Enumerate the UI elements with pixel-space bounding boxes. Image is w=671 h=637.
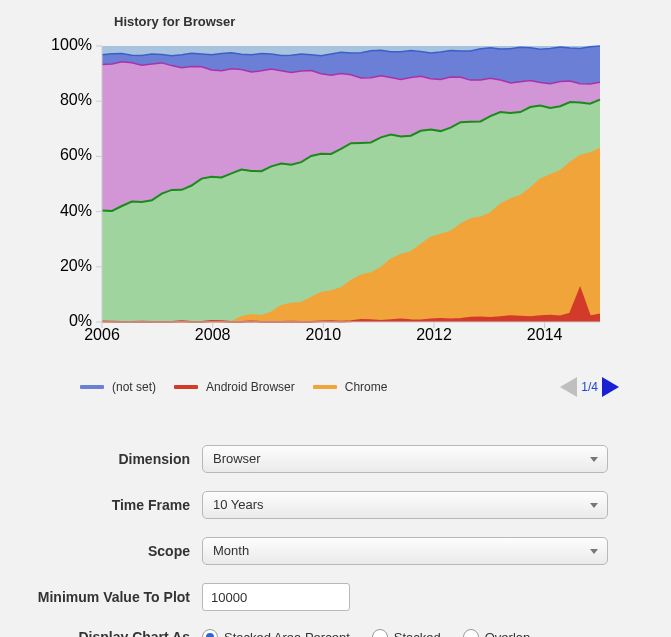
scope-label: Scope (10, 543, 202, 559)
radio-label: Stacked Area Percent (224, 630, 350, 638)
svg-text:2010: 2010 (306, 326, 342, 343)
display-radio[interactable]: Stacked (372, 629, 441, 637)
display-as-label: Display Chart As (10, 629, 202, 637)
display-radio[interactable]: Stacked Area Percent (202, 629, 350, 637)
svg-text:2008: 2008 (195, 326, 231, 343)
legend-swatch (174, 385, 198, 389)
radio-dot-icon (202, 629, 218, 637)
legend-swatch (313, 385, 337, 389)
svg-text:2014: 2014 (527, 326, 563, 343)
legend-label: Android Browser (206, 380, 295, 394)
radio-label: Overlap (485, 630, 531, 638)
pager-next-icon[interactable] (602, 377, 619, 397)
svg-text:20%: 20% (60, 257, 92, 274)
radio-label: Stacked (394, 630, 441, 638)
display-radio[interactable]: Overlap (463, 629, 531, 637)
scope-select[interactable]: Month (202, 537, 608, 565)
chart-svg: 0%20%40%60%80%100%20062008201020122014 (14, 6, 612, 351)
settings-form: Dimension Browser Time Frame 10 Years Sc… (10, 436, 608, 637)
min-value-input[interactable] (202, 583, 350, 611)
display-as-radios: Stacked Area PercentStackedOverlap (202, 629, 530, 637)
chart-title: History for Browser (114, 14, 235, 29)
dimension-label: Dimension (10, 451, 202, 467)
chart: History for Browser 0%20%40%60%80%100%20… (14, 6, 612, 366)
legend-item: Android Browser (174, 380, 295, 394)
legend-label: (not set) (112, 380, 156, 394)
min-value-label: Minimum Value To Plot (10, 589, 202, 605)
svg-text:100%: 100% (51, 36, 92, 53)
legend: (not set)Android BrowserChrome 1/4 (80, 372, 661, 402)
pager-prev-icon (560, 377, 577, 397)
radio-dot-icon (372, 629, 388, 637)
timeframe-label: Time Frame (10, 497, 202, 513)
legend-item: (not set) (80, 380, 156, 394)
dimension-select[interactable]: Browser (202, 445, 608, 473)
svg-text:60%: 60% (60, 146, 92, 163)
svg-text:2006: 2006 (84, 326, 120, 343)
timeframe-select[interactable]: 10 Years (202, 491, 608, 519)
legend-pager: 1/4 (560, 377, 619, 397)
app-root: History for Browser 0%20%40%60%80%100%20… (0, 0, 671, 637)
legend-swatch (80, 385, 104, 389)
svg-text:80%: 80% (60, 91, 92, 108)
legend-item: Chrome (313, 380, 388, 394)
legend-label: Chrome (345, 380, 388, 394)
radio-dot-icon (463, 629, 479, 637)
svg-text:2012: 2012 (416, 326, 452, 343)
svg-text:40%: 40% (60, 202, 92, 219)
pager-text: 1/4 (581, 380, 598, 394)
